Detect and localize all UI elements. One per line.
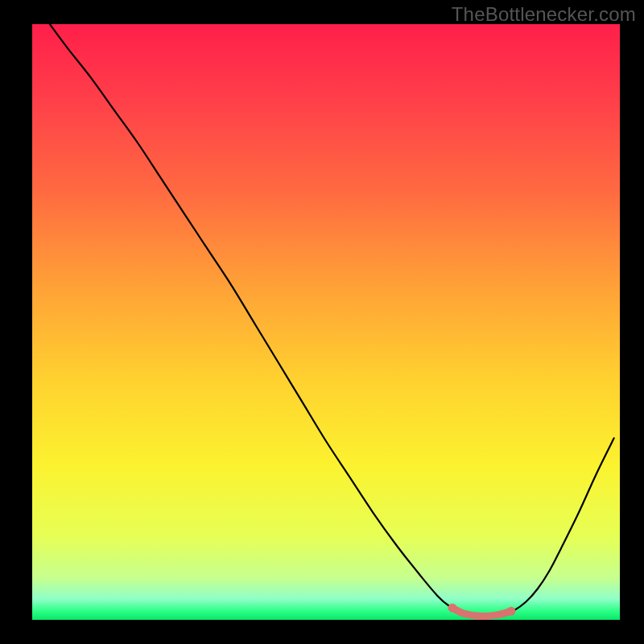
optimal-range-endpoint-1 — [506, 607, 515, 616]
plot-background — [32, 24, 620, 620]
chart-container: TheBottlenecker.com — [0, 0, 644, 644]
bottleneck-chart — [0, 0, 644, 644]
optimal-range-endpoint-0 — [448, 604, 456, 613]
